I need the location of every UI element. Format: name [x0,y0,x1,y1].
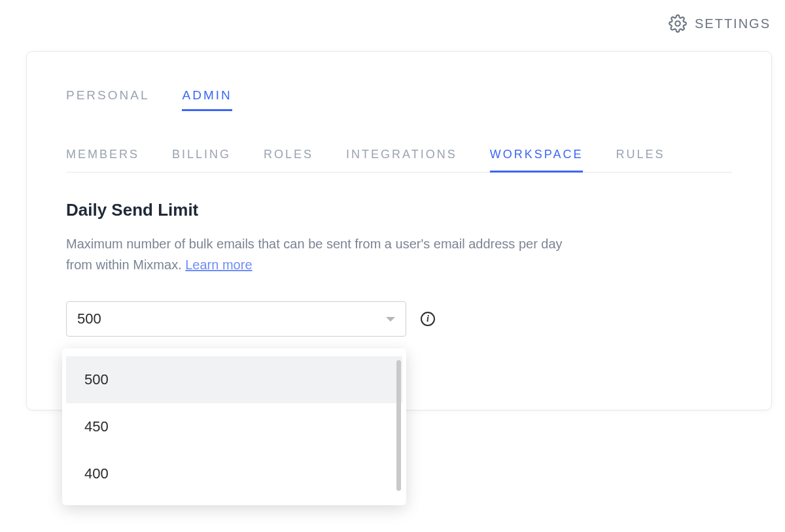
subtab-rules[interactable]: RULES [616,148,665,172]
dropdown-option-500[interactable]: 500 [66,356,402,403]
subtab-workspace[interactable]: WORKSPACE [490,148,584,173]
section-description: Maximum number of bulk emails that can b… [66,233,576,275]
section-title: Daily Send Limit [66,200,732,220]
select-row: 500 i [66,301,732,337]
settings-label: SETTINGS [695,16,771,31]
select-value: 500 [77,310,101,327]
info-icon[interactable]: i [421,312,435,326]
tab-admin[interactable]: ADMIN [182,88,232,111]
scrollbar[interactable] [396,360,401,491]
top-tabs: PERSONAL ADMIN [66,88,732,111]
learn-more-link[interactable]: Learn more [185,258,252,272]
select-dropdown: 500 450 400 [62,348,406,505]
subtab-integrations[interactable]: INTEGRATIONS [346,148,457,172]
daily-send-limit-select[interactable]: 500 [66,301,406,337]
sub-tabs: MEMBERS BILLING ROLES INTEGRATIONS WORKS… [66,148,732,173]
subtab-members[interactable]: MEMBERS [66,148,139,172]
topbar: SETTINGS [669,14,771,33]
gear-icon[interactable] [669,14,687,33]
svg-point-0 [675,21,680,25]
section-description-text: Maximum number of bulk emails that can b… [66,237,563,272]
tab-personal[interactable]: PERSONAL [66,88,149,111]
dropdown-option-450[interactable]: 450 [66,403,402,450]
dropdown-option-400[interactable]: 400 [66,450,402,497]
subtab-billing[interactable]: BILLING [172,148,231,172]
subtab-roles[interactable]: ROLES [264,148,313,172]
chevron-down-icon [386,317,395,322]
